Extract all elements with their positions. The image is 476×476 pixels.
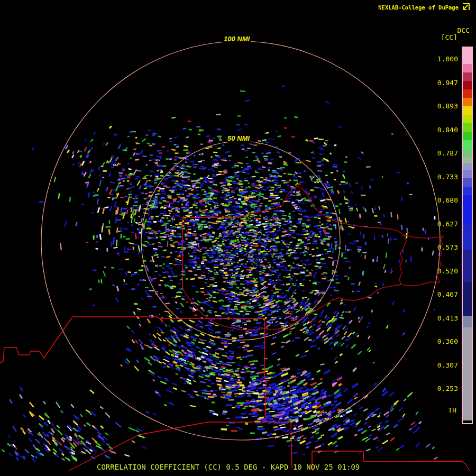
colorbar-segment — [463, 89, 472, 98]
brand-text: NEXLAB-College of DuPage — [378, 4, 459, 11]
colorbar-segment — [463, 250, 472, 282]
range-ring — [141, 141, 340, 340]
colorbar-tick: 0.360 — [437, 337, 458, 345]
colorbar-segment — [463, 316, 472, 327]
river-boundary-line — [182, 288, 264, 330]
range-ring — [41, 41, 440, 440]
colorbar-segment — [463, 123, 472, 132]
colorbar-segment — [463, 195, 472, 225]
colorbar-tick: 0.680 — [437, 196, 458, 204]
colorbar — [462, 47, 473, 424]
county-boundary-line — [72, 317, 264, 318]
colorbar-segment — [463, 140, 472, 149]
brand: NEXLAB-College of DuPage — [378, 3, 470, 12]
colorbar-segment — [463, 48, 472, 64]
colorbar-segment — [463, 115, 472, 123]
status-bar: CORRELATION COEFFICIENT (CC) 0.5 DEG - K… — [97, 463, 360, 471]
colorbar-segment — [463, 327, 472, 420]
colorbar-segment — [463, 178, 472, 187]
colorbar-tick: 0.947 — [437, 79, 458, 87]
colorbar-segment — [463, 282, 472, 316]
colorbar-segment — [463, 163, 472, 170]
colorbar-tick: 0.253 — [437, 385, 458, 392]
colorbar-units: [CC] — [441, 33, 457, 41]
map-overlay — [0, 0, 476, 476]
colorbar-tick: 0.413 — [437, 314, 458, 322]
colorbar-tick: 0.573 — [437, 243, 458, 251]
nexlab-logo-icon — [461, 3, 470, 12]
colorbar-segment — [463, 98, 472, 106]
colorbar-segment — [463, 132, 472, 140]
colorbar-tick: 0.733 — [437, 173, 458, 181]
colorbar-tick: 0.467 — [437, 290, 458, 298]
colorbar-tick: 0.627 — [437, 220, 458, 228]
colorbar-segment — [463, 170, 472, 178]
colorbar-tick: 0.893 — [437, 102, 458, 110]
range-ring-label-50nmi: 50 NMI — [226, 134, 251, 142]
colorbar-tick: 0.307 — [437, 361, 458, 369]
river-boundary-line — [404, 235, 443, 238]
colorbar-segment — [463, 72, 472, 81]
colorbar-tick: 0.787 — [437, 149, 458, 157]
river-boundary-line — [401, 282, 440, 286]
colorbar-segment — [463, 157, 472, 163]
county-boundary-line — [264, 318, 292, 468]
colorbar-title: DCC — [457, 26, 470, 34]
colorbar-segments — [463, 48, 472, 423]
river-boundary-line — [235, 186, 406, 285]
colorbar-segment — [463, 149, 472, 157]
colorbar-segment — [463, 187, 472, 195]
range-ring-label-100nmi: 100 NMI — [223, 35, 251, 43]
colorbar-tick: 0.520 — [437, 267, 458, 275]
colorbar-segment — [463, 420, 472, 423]
colorbar-segment — [463, 64, 472, 72]
county-boundary-line — [0, 317, 72, 363]
county-boundary-line — [182, 217, 235, 288]
river-boundary-line — [264, 285, 401, 329]
colorbar-segment — [463, 81, 472, 89]
colorbar-segment — [463, 225, 472, 250]
colorbar-threshold-label: TH — [448, 406, 456, 414]
radar-screen: 100 NMI 50 NMI NEXLAB-College of DuPage … — [0, 0, 476, 476]
colorbar-tick: 1.000 — [437, 55, 458, 63]
colorbar-segment — [463, 106, 472, 115]
colorbar-tick: 0.840 — [437, 126, 458, 134]
